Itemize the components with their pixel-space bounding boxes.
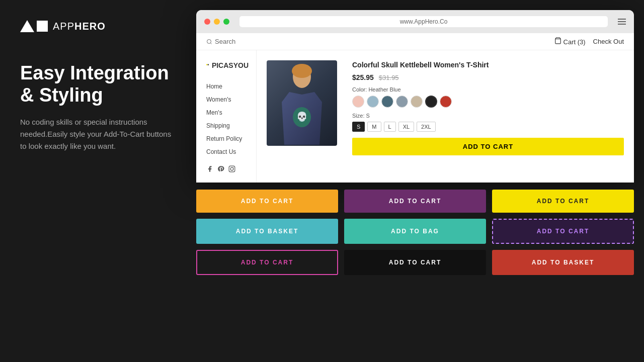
btn-purple-dashed-add-to-cart[interactable]: ADD TO CART <box>492 219 634 244</box>
browser-menu-icon[interactable] <box>618 19 626 25</box>
store-product: 💀 Colorful Skull Kettlebell Women's T-Sh… <box>257 50 634 183</box>
size-buttons: S M L XL 2XL <box>352 122 624 132</box>
url-bar[interactable]: www.AppHero.Co <box>239 16 608 27</box>
logo-app: APP <box>53 21 74 32</box>
svg-rect-2 <box>206 64 207 65</box>
instagram-icon[interactable] <box>228 165 235 172</box>
store-search[interactable]: Search <box>206 38 235 45</box>
brand-logo-icon <box>206 60 209 70</box>
url-text: www.AppHero.Co <box>400 18 448 25</box>
nav-contact[interactable]: Contact Us <box>204 146 249 158</box>
price-original: $31.95 <box>379 74 399 81</box>
logo-hero: HERO <box>74 21 106 32</box>
cart-icon-area[interactable]: Cart (3) <box>554 37 586 46</box>
store-sidebar: PICASYOU Home Women's Men's Shipping Ret… <box>196 50 257 183</box>
nav-mens[interactable]: Men's <box>204 107 249 119</box>
store-cart-area: Cart (3) Check Out <box>554 37 624 46</box>
btn-black-add-to-cart[interactable]: ADD TO CART <box>344 250 486 275</box>
hero-description: No coding skills or special instructions… <box>20 116 176 152</box>
product-image-area: 💀 <box>267 60 342 172</box>
swatch-tan[interactable] <box>411 96 423 108</box>
size-m[interactable]: M <box>367 122 381 132</box>
btn-green-add-to-bag[interactable]: Add To Bag <box>344 219 486 244</box>
store-nav: Home Women's Men's Shipping Return Polic… <box>204 80 249 158</box>
svg-point-8 <box>292 64 312 78</box>
hero-title: Easy Integration & Styling <box>20 62 176 106</box>
btn-teal-add-to-basket[interactable]: ADD TO BASKET <box>196 219 338 244</box>
store-header: Search Cart (3) Check Out <box>196 33 634 50</box>
product-details: Colorful Skull Kettlebell Women's T-Shir… <box>352 60 624 172</box>
cart-icon <box>554 37 561 44</box>
logo-icon <box>20 20 48 32</box>
size-s[interactable]: S <box>352 122 365 132</box>
btn-orange-add-to-cart[interactable]: ADD TO CART <box>196 190 338 213</box>
product-title: Colorful Skull Kettlebell Women's T-Shir… <box>352 60 624 69</box>
size-label: Size: S <box>352 113 624 119</box>
swatch-heather-light[interactable] <box>367 96 379 108</box>
product-image-svg: 💀 <box>269 62 335 145</box>
brand-name: PICASYOU <box>212 61 249 69</box>
svg-rect-4 <box>229 166 235 172</box>
browser-window: www.AppHero.Co Search Cart (3) <box>196 10 634 183</box>
price-current: $25.95 <box>352 73 374 81</box>
main-add-to-cart-button[interactable]: ADD TO CART <box>352 138 624 155</box>
swatch-black[interactable] <box>425 96 437 108</box>
nav-return-policy[interactable]: Return Policy <box>204 133 249 145</box>
facebook-icon[interactable] <box>206 165 213 172</box>
size-xl[interactable]: XL <box>398 122 414 132</box>
traffic-light-red[interactable] <box>204 19 210 25</box>
swatch-light-pink[interactable] <box>352 96 364 108</box>
btn-pink-add-to-cart[interactable]: ADD TO CART <box>196 250 338 275</box>
svg-point-5 <box>230 167 233 170</box>
traffic-lights <box>204 19 229 25</box>
svg-text:💀: 💀 <box>296 111 308 122</box>
checkout-link[interactable]: Check Out <box>593 38 624 45</box>
store-brand: PICASYOU <box>204 60 249 70</box>
logo-area: APPHERO <box>20 20 176 32</box>
btn-purple-add-to-cart[interactable]: ADD TO CART <box>344 190 486 213</box>
right-container: www.AppHero.Co Search Cart (3) <box>196 0 644 362</box>
traffic-light-yellow[interactable] <box>214 19 220 25</box>
social-icons <box>204 165 249 172</box>
browser-titlebar: www.AppHero.Co <box>196 10 634 33</box>
traffic-light-green[interactable] <box>223 19 229 25</box>
nav-home[interactable]: Home <box>204 80 249 93</box>
svg-point-0 <box>207 39 211 43</box>
size-l[interactable]: L <box>384 122 396 132</box>
color-label: Color: Heather Blue <box>352 86 624 93</box>
left-panel: APPHERO Easy Integration & Styling No co… <box>0 0 196 362</box>
pinterest-icon[interactable] <box>217 165 224 172</box>
buttons-showcase: ADD TO CART ADD TO CART ADD TO CART ADD … <box>196 183 634 275</box>
store-body: PICASYOU Home Women's Men's Shipping Ret… <box>196 50 634 183</box>
svg-point-6 <box>233 167 234 167</box>
color-swatches <box>352 96 624 108</box>
nav-shipping[interactable]: Shipping <box>204 120 249 132</box>
product-price: $25.95 $31.95 <box>352 73 624 81</box>
search-icon <box>206 39 212 45</box>
product-image: 💀 <box>267 60 337 146</box>
logo-text: APPHERO <box>53 21 106 32</box>
nav-womens[interactable]: Women's <box>204 94 249 106</box>
search-label: Search <box>215 38 235 45</box>
swatch-red[interactable] <box>440 96 452 108</box>
swatch-heather-blue[interactable] <box>381 96 393 108</box>
swatch-grey-blue[interactable] <box>396 96 408 108</box>
logo-triangle <box>20 20 34 32</box>
svg-rect-3 <box>208 64 209 65</box>
btn-red-add-to-basket[interactable]: ADD TO BASKET <box>492 250 634 275</box>
size-2xl[interactable]: 2XL <box>417 122 436 132</box>
logo-square <box>37 21 48 32</box>
cart-label: Cart (3) <box>564 38 586 46</box>
btn-yellow-add-to-cart[interactable]: ADD TO CART <box>492 190 634 213</box>
